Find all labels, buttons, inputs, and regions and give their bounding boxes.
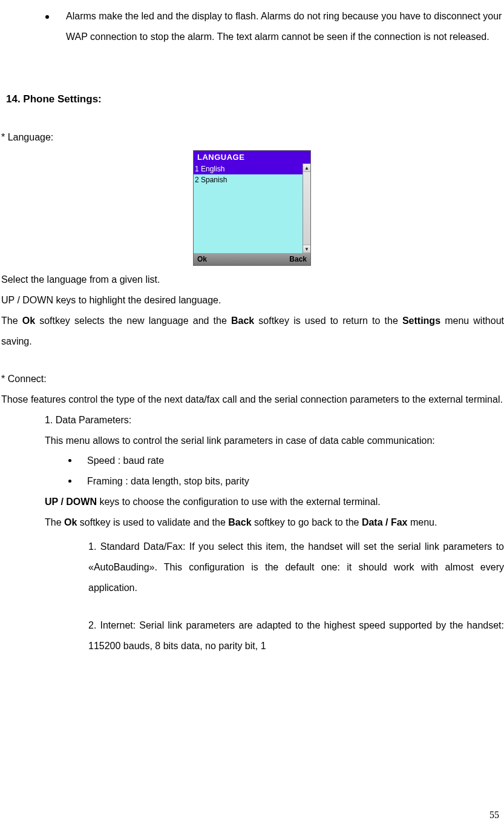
device-frame: LANGUAGE 1 English 2 Spanish ▲ ▼ Ok Back [193, 150, 311, 266]
data-parameters-intro: This menu allows to control the serial l… [45, 431, 504, 451]
list-item[interactable]: 2 Spanish [194, 174, 303, 185]
ok-label: Ok [64, 517, 77, 527]
language-subheading: * Language: [1, 128, 504, 147]
sub-bullet-item: Framing : data length, stop bits, parity [0, 471, 504, 492]
bullet-icon [45, 15, 49, 19]
text-fragment: The [45, 517, 64, 527]
softkey-back[interactable]: Back [289, 255, 307, 263]
sub-bullet-item: Speed : baud rate [0, 451, 504, 471]
scrollbar[interactable]: ▲ ▼ [303, 163, 310, 253]
device-softkeys: Ok Back [194, 253, 310, 265]
updown-para: UP / DOWN keys to choose the configurati… [45, 492, 504, 512]
text-fragment: The [1, 315, 22, 326]
scroll-up-icon[interactable]: ▲ [303, 163, 310, 172]
text-fragment: softkey is used to validate and the [77, 517, 228, 527]
connect-intro: Those features control the type of the n… [1, 389, 504, 410]
section-heading: 14. Phone Settings: [6, 93, 504, 105]
text-fragment: softkey to go back to the [252, 517, 362, 527]
datafax-label: Data / Fax [362, 517, 408, 527]
intro-bullet-text: Alarms make the led and the display to f… [66, 6, 504, 48]
text-fragment: softkey is used to return to the [254, 315, 402, 326]
language-para-3: The Ok softkey selects the new language … [1, 311, 504, 352]
device-list: 1 English 2 Spanish [194, 163, 303, 253]
device-title: LANGUAGE [194, 151, 310, 163]
scroll-down-icon[interactable]: ▼ [303, 245, 310, 253]
page-number: 55 [489, 810, 499, 821]
intro-bullet-item: Alarms make the led and the display to f… [0, 6, 504, 48]
device-list-area: 1 English 2 Spanish ▲ ▼ [194, 163, 310, 253]
text-fragment: softkey selects the new language and the [35, 315, 231, 326]
language-para-1: Select the language from a given list. [1, 269, 504, 290]
text-fragment: menu. [407, 517, 437, 527]
sub-bullet-text: Speed : baud rate [87, 451, 164, 471]
data-parameters-title: 1. Data Parameters: [45, 410, 504, 431]
bullet-icon [68, 459, 71, 462]
internet-para: 2. Internet: Serial link parameters are … [88, 615, 504, 656]
ok-back-para: The Ok softkey is used to validate and t… [45, 512, 504, 533]
back-label: Back [231, 315, 254, 326]
connect-subheading: * Connect: [1, 369, 504, 389]
softkey-ok[interactable]: Ok [197, 255, 207, 263]
settings-label: Settings [402, 315, 440, 326]
standard-datafax-para: 1. Standard Data/Fax: If you select this… [88, 537, 504, 598]
list-item[interactable]: 1 English [194, 163, 303, 174]
bullet-icon [68, 480, 71, 483]
language-para-2: UP / DOWN keys to highlight the desired … [1, 290, 504, 311]
ok-label: Ok [22, 315, 35, 326]
text-fragment: keys to choose the configuration to use … [97, 497, 381, 507]
updown-label: UP / DOWN [45, 497, 97, 507]
sub-bullet-text: Framing : data length, stop bits, parity [87, 471, 249, 492]
back-label: Back [228, 517, 251, 527]
language-screenshot: LANGUAGE 1 English 2 Spanish ▲ ▼ Ok Back [0, 150, 504, 266]
